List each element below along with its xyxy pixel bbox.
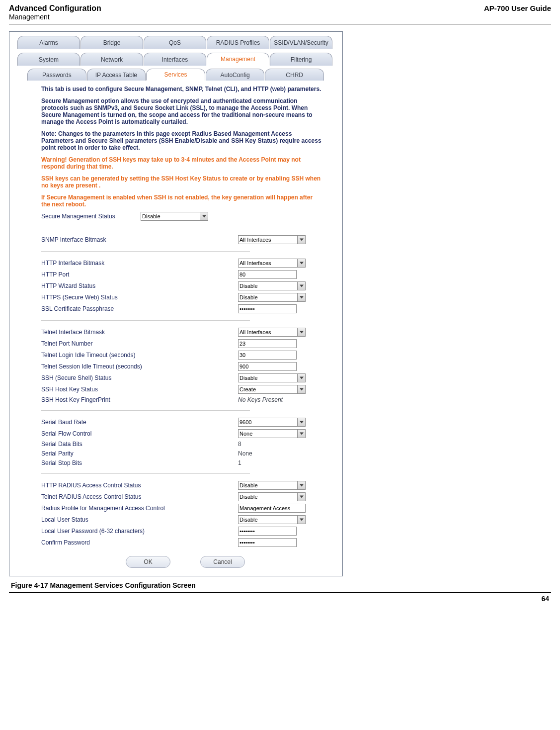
label-ssh-host-key-status: SSH Host Key Status (41, 386, 238, 393)
input-telnet-session-idle[interactable] (238, 362, 297, 371)
label-serial-data-bits: Serial Data Bits (41, 441, 238, 448)
label-ssh-status: SSH (Secure Shell) Status (41, 374, 238, 381)
subtab-chrd[interactable]: CHRD (265, 69, 324, 81)
tab-alarms[interactable]: Alarms (17, 36, 80, 49)
doc-section: Management (9, 13, 101, 21)
label-http-radius: HTTP RADIUS Access Control Status (41, 482, 238, 489)
row-ssh-fingerprint: SSH Host Key FingerPrint No Keys Present (41, 396, 322, 403)
label-telnet-login-idle: Telnet Login Idle Timeout (seconds) (41, 352, 238, 359)
divider (41, 251, 250, 252)
tab-filtering[interactable]: Filtering (270, 53, 332, 66)
label-radius-profile: Radius Profile for Management Access Con… (41, 505, 238, 512)
select-serial-baud[interactable] (238, 418, 306, 427)
input-confirm-pwd[interactable] (238, 538, 297, 547)
input-local-user-pwd[interactable] (238, 527, 297, 536)
row-serial-stop-bits: Serial Stop Bits 1 (41, 459, 322, 466)
subtab-passwords[interactable]: Passwords (27, 69, 86, 81)
label-telnet-interface-bitmask: Telnet Interface Bitmask (41, 329, 238, 336)
tab-management[interactable]: Management (207, 53, 269, 66)
row-serial-flow: Serial Flow Control (41, 429, 322, 438)
row-secure-management-status: Secure Management Status (41, 212, 322, 221)
label-ssl-passphrase: SSL Certificate Passphrase (41, 305, 238, 312)
label-local-user-status: Local User Status (41, 516, 238, 523)
value-ssh-fingerprint: No Keys Present (238, 396, 283, 403)
blurb-warning: Warning! Generation of SSH keys may take… (41, 156, 322, 170)
row-http-wizard-status: HTTP Wizard Status (41, 281, 322, 290)
sub-tab-row: Passwords IP Access Table Services AutoC… (27, 69, 324, 81)
label-confirm-pwd: Confirm Password (41, 539, 238, 546)
footer-rule (9, 592, 551, 593)
row-telnet-port: Telnet Port Number (41, 339, 322, 348)
subtab-autoconfig[interactable]: AutoConfig (206, 69, 265, 81)
value-serial-parity: None (238, 450, 252, 457)
select-serial-flow[interactable] (238, 429, 306, 438)
blurb-ssh-keys: SSH keys can be generated by setting the… (41, 175, 322, 189)
ok-button[interactable]: OK (126, 556, 170, 568)
select-telnet-interface-bitmask[interactable] (238, 328, 306, 337)
tab-interfaces[interactable]: Interfaces (144, 53, 206, 66)
tab-network[interactable]: Network (80, 53, 143, 66)
row-telnet-interface-bitmask: Telnet Interface Bitmask (41, 328, 322, 337)
input-http-port[interactable] (238, 270, 297, 279)
label-secure-management-status: Secure Management Status (41, 213, 141, 220)
row-ssh-status: SSH (Secure Shell) Status (41, 373, 322, 382)
row-serial-data-bits: Serial Data Bits 8 (41, 441, 322, 448)
top-tab-row-2: System Network Interfaces Management Fil… (17, 53, 334, 66)
row-http-interface-bitmask: HTTP Interface Bitmask (41, 259, 322, 268)
tab-qos[interactable]: QoS (144, 36, 206, 49)
label-serial-parity: Serial Parity (41, 450, 238, 457)
tab-radius-profiles[interactable]: RADIUS Profiles (207, 36, 269, 49)
label-snmp-interface-bitmask: SNMP Interface Bitmask (41, 236, 238, 243)
doc-guide: AP-700 User Guide (484, 4, 551, 21)
select-secure-management-status[interactable] (141, 212, 208, 221)
label-local-user-pwd: Local User Password (6-32 characters) (41, 528, 238, 535)
page-header: Advanced Configuration Management AP-700… (0, 0, 560, 23)
button-row: OK Cancel (126, 556, 322, 568)
row-serial-parity: Serial Parity None (41, 450, 322, 457)
row-radius-profile: Radius Profile for Management Access Con… (41, 504, 322, 513)
input-radius-profile[interactable] (238, 504, 306, 513)
select-http-radius[interactable] (238, 481, 306, 490)
label-serial-baud: Serial Baud Rate (41, 419, 238, 426)
row-http-radius: HTTP RADIUS Access Control Status (41, 481, 322, 490)
tab-bridge[interactable]: Bridge (80, 36, 143, 49)
row-https-status: HTTPS (Secure Web) Status (41, 293, 322, 302)
subtab-ip-access-table[interactable]: IP Access Table (87, 69, 146, 81)
select-local-user-status[interactable] (238, 515, 306, 524)
row-telnet-login-idle: Telnet Login Idle Timeout (seconds) (41, 351, 322, 360)
select-http-interface-bitmask[interactable] (238, 259, 306, 268)
blurb-secure-mgmt: Secure Management option allows the use … (41, 97, 322, 125)
tab-system[interactable]: System (17, 53, 80, 66)
select-ssh-host-key-status[interactable] (238, 385, 306, 394)
tab-ssid-vlan-security[interactable]: SSID/VLAN/Security (270, 36, 332, 49)
row-telnet-session-idle: Telnet Session Idle Timeout (seconds) (41, 362, 322, 371)
label-https-status: HTTPS (Secure Web) Status (41, 294, 238, 301)
row-confirm-pwd: Confirm Password (41, 538, 322, 547)
row-local-user-pwd: Local User Password (6-32 characters) (41, 527, 322, 536)
label-ssh-fingerprint: SSH Host Key FingerPrint (41, 396, 238, 403)
divider (41, 473, 250, 474)
select-snmp-interface-bitmask[interactable] (238, 235, 306, 244)
blurb-note: Note: Changes to the parameters in this … (41, 130, 322, 151)
select-ssh-status[interactable] (238, 373, 306, 382)
divider (41, 320, 250, 321)
blurb-intro: This tab is used to configure Secure Man… (41, 86, 322, 92)
select-https-status[interactable] (238, 293, 306, 302)
row-telnet-radius: Telnet RADIUS Access Control Status (41, 492, 322, 501)
label-serial-flow: Serial Flow Control (41, 430, 238, 437)
subtab-services[interactable]: Services (146, 69, 205, 81)
blurb-reboot: If Secure Management is enabled when SSH… (41, 194, 322, 208)
doc-title: Advanced Configuration (9, 4, 101, 13)
row-ssl-passphrase: SSL Certificate Passphrase (41, 304, 322, 313)
services-content: This tab is used to configure Secure Man… (41, 86, 322, 568)
divider (41, 410, 250, 411)
input-telnet-port[interactable] (238, 339, 297, 348)
select-http-wizard-status[interactable] (238, 281, 306, 290)
select-telnet-radius[interactable] (238, 492, 306, 501)
figure-caption: Figure 4-17 Management Services Configur… (11, 581, 549, 589)
page-number: 64 (0, 594, 560, 608)
label-telnet-port: Telnet Port Number (41, 340, 238, 347)
input-telnet-login-idle[interactable] (238, 351, 297, 360)
input-ssl-passphrase[interactable] (238, 304, 297, 313)
cancel-button[interactable]: Cancel (200, 556, 245, 568)
